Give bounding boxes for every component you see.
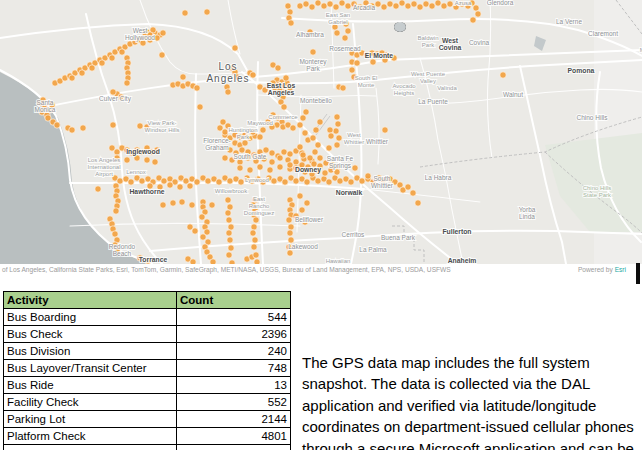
map-label: Norwalk	[336, 189, 363, 196]
cell-count[interactable]: 4801	[177, 428, 291, 445]
cell-activity[interactable]: Bus Boarding	[4, 309, 177, 326]
cell-count[interactable]: 748	[177, 360, 291, 377]
gps-point	[342, 35, 348, 41]
cell-count[interactable]: 544	[177, 309, 291, 326]
gps-point	[286, 217, 292, 223]
gps-point	[334, 114, 340, 120]
gps-point	[473, 5, 479, 11]
gps-point	[177, 184, 183, 190]
gps-point	[124, 157, 130, 163]
gps-point	[260, 127, 266, 133]
column-header-count[interactable]: Count	[177, 292, 291, 309]
gps-point	[429, 3, 435, 9]
cell-activity[interactable]: Bus Ride	[4, 377, 177, 394]
gps-point	[297, 144, 303, 150]
map-label: Downey	[295, 166, 321, 174]
table-row: Parking Lot 2144	[4, 411, 291, 428]
table-row: Facility Check 552	[4, 394, 291, 411]
gps-point	[281, 104, 287, 110]
gps-point	[137, 123, 143, 129]
map-label: Culver City	[99, 95, 132, 103]
cell-activity[interactable]: Bus Check	[4, 326, 177, 343]
esri-link[interactable]: Esri	[615, 266, 626, 273]
gps-point	[334, 169, 340, 175]
cell-count[interactable]: 2396	[177, 326, 291, 343]
map-label: YorbaLinda	[519, 206, 536, 220]
gps-point	[252, 237, 258, 243]
gps-point	[287, 230, 293, 236]
gps-point	[327, 1, 333, 7]
gps-point	[134, 155, 140, 161]
gps-point	[269, 159, 275, 165]
gps-point	[189, 202, 195, 208]
cell-count[interactable]: 13	[177, 377, 291, 394]
table-row: Bus Division 240	[4, 343, 291, 360]
body-text-line: The GPS data map includes the full syste…	[302, 352, 642, 373]
gps-point	[179, 199, 185, 205]
gps-point	[370, 59, 376, 65]
gps-point	[287, 250, 293, 256]
gps-point	[167, 182, 173, 188]
gps-point	[317, 119, 323, 125]
gps-point	[405, 184, 411, 190]
activity-count-table[interactable]: Activity Count Bus Boarding 544 Bus Chec…	[3, 291, 291, 450]
gps-point	[257, 134, 263, 140]
gps-point	[293, 178, 299, 184]
gps-point	[113, 208, 119, 214]
gps-point	[152, 159, 158, 165]
cell-activity[interactable]: Platform Check	[4, 428, 177, 445]
gps-point	[110, 122, 116, 128]
map-label: Covina	[469, 39, 490, 46]
cell-activity[interactable]: Bus Division	[4, 343, 177, 360]
cell-activity[interactable]	[4, 445, 177, 450]
gps-point	[282, 179, 288, 185]
gps-point	[326, 179, 332, 185]
gps-point	[267, 167, 273, 173]
map-label: Torrance	[139, 256, 168, 263]
gps-map[interactable]: WestHollywoodSantaMonicaCulver CityView …	[0, 0, 642, 264]
gps-point	[69, 75, 75, 81]
gps-point	[315, 0, 321, 6]
gps-point	[119, 49, 125, 55]
table-row-partial	[4, 445, 291, 450]
column-header-activity[interactable]: Activity	[4, 292, 177, 309]
gps-point	[387, 1, 393, 7]
gps-point	[399, 0, 405, 6]
table-row: Platform Check 4801	[4, 428, 291, 445]
gps-map-canvas[interactable]: WestHollywoodSantaMonicaCulver CityView …	[0, 0, 642, 264]
gps-point	[297, 3, 303, 9]
map-label: Valinda	[437, 85, 457, 91]
gps-point	[288, 224, 294, 230]
gps-point	[313, 127, 319, 133]
gps-point	[251, 224, 257, 230]
gps-point	[315, 142, 321, 148]
cell-count[interactable]	[177, 445, 291, 450]
cell-activity[interactable]: Parking Lot	[4, 411, 177, 428]
gps-point	[304, 200, 310, 206]
gps-point	[349, 67, 355, 73]
cell-count[interactable]: 240	[177, 343, 291, 360]
gps-point	[250, 72, 256, 78]
gps-point	[312, 149, 318, 155]
gps-point	[225, 197, 231, 203]
gps-point	[410, 190, 416, 196]
cell-activity[interactable]: Facility Check	[4, 394, 177, 411]
gps-point	[228, 224, 234, 230]
gps-point	[225, 89, 231, 95]
lake	[394, 22, 406, 32]
cell-activity[interactable]: Bus Layover/Transit Center	[4, 360, 177, 377]
map-label: Buena Park	[381, 234, 416, 241]
body-text[interactable]: The GPS data map includes the full syste…	[302, 352, 642, 450]
gps-point	[226, 217, 232, 223]
gps-point	[375, 1, 381, 7]
cell-count[interactable]: 552	[177, 394, 291, 411]
gps-point	[182, 10, 188, 16]
map-label: Florence-Graham	[203, 137, 230, 151]
cell-count[interactable]: 2144	[177, 411, 291, 428]
gps-point	[382, 127, 388, 133]
gps-point	[160, 202, 166, 208]
gps-point	[54, 122, 60, 128]
gps-point	[302, 130, 308, 136]
gps-point	[227, 204, 233, 210]
gps-point	[337, 178, 343, 184]
